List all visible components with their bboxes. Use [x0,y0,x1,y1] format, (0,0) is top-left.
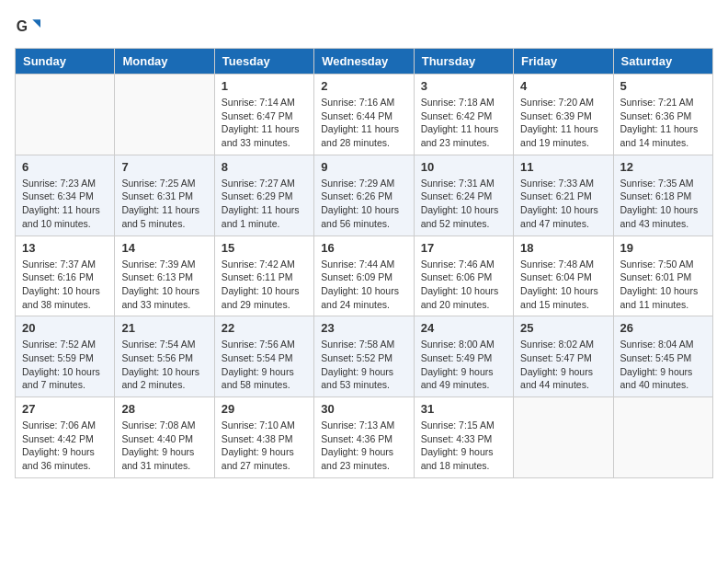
calendar-week-row: 27Sunrise: 7:06 AM Sunset: 4:42 PM Dayli… [16,397,713,478]
calendar-cell: 13Sunrise: 7:37 AM Sunset: 6:16 PM Dayli… [16,236,115,316]
day-info: Sunrise: 7:13 AM Sunset: 4:36 PM Dayligh… [321,419,406,473]
calendar-cell: 15Sunrise: 7:42 AM Sunset: 6:11 PM Dayli… [214,236,313,316]
calendar-cell: 9Sunrise: 7:29 AM Sunset: 6:26 PM Daylig… [314,155,414,236]
day-info: Sunrise: 7:50 AM Sunset: 6:01 PM Dayligh… [620,258,706,312]
day-info: Sunrise: 7:18 AM Sunset: 6:42 PM Dayligh… [421,96,506,150]
calendar-cell: 21Sunrise: 7:54 AM Sunset: 5:56 PM Dayli… [115,316,214,397]
calendar-cell: 27Sunrise: 7:06 AM Sunset: 4:42 PM Dayli… [16,397,115,478]
day-number: 14 [121,241,207,255]
calendar-cell [514,397,613,478]
day-number: 28 [121,402,207,416]
calendar-cell: 2Sunrise: 7:16 AM Sunset: 6:44 PM Daylig… [314,75,414,155]
day-info: Sunrise: 7:14 AM Sunset: 6:47 PM Dayligh… [222,96,307,150]
day-number: 26 [620,321,706,335]
day-header-sunday: Sunday [16,49,115,75]
calendar-cell: 14Sunrise: 7:39 AM Sunset: 6:13 PM Dayli… [115,236,214,316]
calendar-cell: 12Sunrise: 7:35 AM Sunset: 6:18 PM Dayli… [613,155,712,236]
day-info: Sunrise: 7:20 AM Sunset: 6:39 PM Dayligh… [520,96,606,150]
calendar-cell: 24Sunrise: 8:00 AM Sunset: 5:49 PM Dayli… [414,316,513,397]
calendar-cell: 26Sunrise: 8:04 AM Sunset: 5:45 PM Dayli… [613,316,712,397]
day-header-thursday: Thursday [414,49,513,75]
calendar-cell: 3Sunrise: 7:18 AM Sunset: 6:42 PM Daylig… [414,75,513,155]
day-number: 13 [22,241,108,255]
calendar-cell: 31Sunrise: 7:15 AM Sunset: 4:33 PM Dayli… [414,397,513,478]
svg-marker-1 [32,19,40,28]
calendar-cell: 7Sunrise: 7:25 AM Sunset: 6:31 PM Daylig… [115,155,214,236]
day-number: 22 [222,321,307,335]
day-number: 23 [321,321,406,335]
day-number: 2 [321,79,406,93]
day-info: Sunrise: 7:21 AM Sunset: 6:36 PM Dayligh… [620,96,706,150]
calendar-cell: 11Sunrise: 7:33 AM Sunset: 6:21 PM Dayli… [514,155,613,236]
calendar-cell: 29Sunrise: 7:10 AM Sunset: 4:38 PM Dayli… [214,397,313,478]
day-info: Sunrise: 7:35 AM Sunset: 6:18 PM Dayligh… [620,177,706,231]
day-number: 18 [520,241,606,255]
day-info: Sunrise: 7:44 AM Sunset: 6:09 PM Dayligh… [321,258,406,312]
day-number: 27 [22,402,108,416]
day-number: 16 [321,241,406,255]
day-header-monday: Monday [115,49,214,75]
calendar-cell [613,397,712,478]
calendar-cell: 6Sunrise: 7:23 AM Sunset: 6:34 PM Daylig… [16,155,115,236]
day-info: Sunrise: 7:58 AM Sunset: 5:52 PM Dayligh… [321,338,406,392]
day-number: 19 [620,241,706,255]
calendar: SundayMondayTuesdayWednesdayThursdayFrid… [15,48,713,478]
day-info: Sunrise: 7:52 AM Sunset: 5:59 PM Dayligh… [22,338,108,392]
calendar-cell [115,75,214,155]
day-info: Sunrise: 7:10 AM Sunset: 4:38 PM Dayligh… [222,419,307,473]
day-info: Sunrise: 7:56 AM Sunset: 5:54 PM Dayligh… [222,338,307,392]
day-info: Sunrise: 7:31 AM Sunset: 6:24 PM Dayligh… [421,177,506,231]
calendar-week-row: 20Sunrise: 7:52 AM Sunset: 5:59 PM Dayli… [16,316,713,397]
svg-text:G: G [17,18,28,34]
day-info: Sunrise: 7:27 AM Sunset: 6:29 PM Dayligh… [222,177,307,231]
day-number: 7 [121,160,207,174]
calendar-week-row: 13Sunrise: 7:37 AM Sunset: 6:16 PM Dayli… [16,236,713,316]
calendar-week-row: 1Sunrise: 7:14 AM Sunset: 6:47 PM Daylig… [16,75,713,155]
calendar-cell: 4Sunrise: 7:20 AM Sunset: 6:39 PM Daylig… [514,75,613,155]
logo: G [15,15,44,40]
day-header-tuesday: Tuesday [214,49,313,75]
day-number: 9 [321,160,406,174]
day-info: Sunrise: 7:25 AM Sunset: 6:31 PM Dayligh… [121,177,207,231]
calendar-cell: 5Sunrise: 7:21 AM Sunset: 6:36 PM Daylig… [613,75,712,155]
day-number: 5 [620,79,706,93]
day-header-wednesday: Wednesday [314,49,414,75]
calendar-cell: 22Sunrise: 7:56 AM Sunset: 5:54 PM Dayli… [214,316,313,397]
calendar-cell: 19Sunrise: 7:50 AM Sunset: 6:01 PM Dayli… [613,236,712,316]
calendar-cell: 18Sunrise: 7:48 AM Sunset: 6:04 PM Dayli… [514,236,613,316]
header: G [15,15,713,40]
day-number: 20 [22,321,108,335]
logo-icon: G [15,15,40,40]
day-number: 1 [222,79,307,93]
day-header-friday: Friday [514,49,613,75]
day-number: 31 [421,402,506,416]
calendar-cell: 1Sunrise: 7:14 AM Sunset: 6:47 PM Daylig… [214,75,313,155]
day-number: 17 [421,241,506,255]
day-info: Sunrise: 7:48 AM Sunset: 6:04 PM Dayligh… [520,258,606,312]
day-number: 21 [121,321,207,335]
day-number: 6 [22,160,108,174]
day-number: 3 [421,79,506,93]
day-number: 4 [520,79,606,93]
day-info: Sunrise: 8:04 AM Sunset: 5:45 PM Dayligh… [620,338,706,392]
calendar-cell: 28Sunrise: 7:08 AM Sunset: 4:40 PM Dayli… [115,397,214,478]
day-info: Sunrise: 7:23 AM Sunset: 6:34 PM Dayligh… [22,177,108,231]
calendar-cell: 25Sunrise: 8:02 AM Sunset: 5:47 PM Dayli… [514,316,613,397]
day-number: 29 [222,402,307,416]
calendar-cell: 8Sunrise: 7:27 AM Sunset: 6:29 PM Daylig… [214,155,313,236]
day-number: 12 [620,160,706,174]
calendar-cell: 17Sunrise: 7:46 AM Sunset: 6:06 PM Dayli… [414,236,513,316]
calendar-cell: 16Sunrise: 7:44 AM Sunset: 6:09 PM Dayli… [314,236,414,316]
day-info: Sunrise: 7:39 AM Sunset: 6:13 PM Dayligh… [121,258,207,312]
day-info: Sunrise: 7:37 AM Sunset: 6:16 PM Dayligh… [22,258,108,312]
day-number: 30 [321,402,406,416]
day-info: Sunrise: 7:15 AM Sunset: 4:33 PM Dayligh… [421,419,506,473]
calendar-cell: 20Sunrise: 7:52 AM Sunset: 5:59 PM Dayli… [16,316,115,397]
day-info: Sunrise: 7:54 AM Sunset: 5:56 PM Dayligh… [121,338,207,392]
day-number: 10 [421,160,506,174]
day-number: 8 [222,160,307,174]
day-info: Sunrise: 7:06 AM Sunset: 4:42 PM Dayligh… [22,419,108,473]
day-number: 15 [222,241,307,255]
day-info: Sunrise: 7:08 AM Sunset: 4:40 PM Dayligh… [121,419,207,473]
day-info: Sunrise: 7:16 AM Sunset: 6:44 PM Dayligh… [321,96,406,150]
